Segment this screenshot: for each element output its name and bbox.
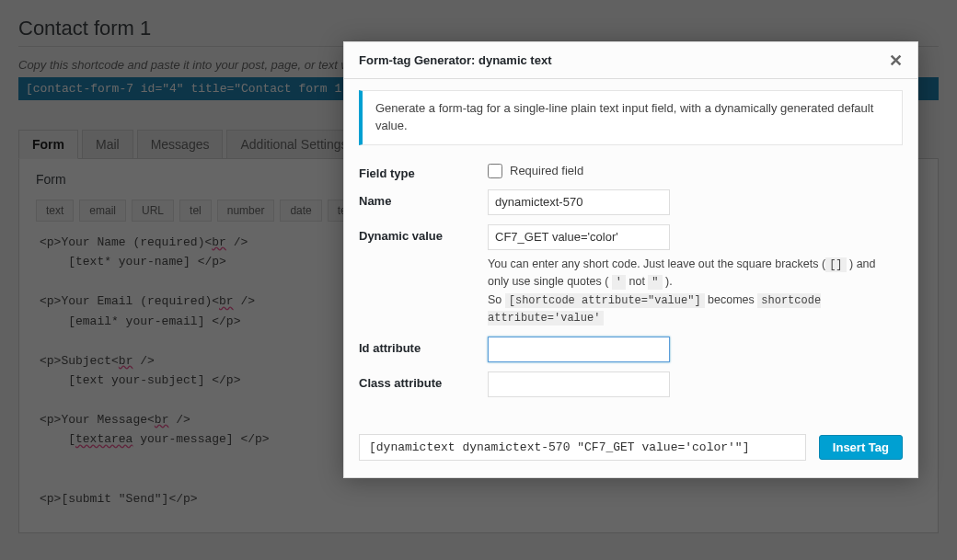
name-label: Name bbox=[359, 189, 488, 208]
generated-tag[interactable]: [dynamictext dynamictext-570 "CF7_GET va… bbox=[359, 434, 806, 461]
id-attribute-label: Id attribute bbox=[359, 337, 488, 355]
class-attribute-label: Class attribute bbox=[359, 371, 488, 390]
dynamic-value-label: Dynamic value bbox=[359, 224, 488, 243]
dynamic-hint: You can enter any short code. Just leave… bbox=[488, 256, 893, 327]
id-attribute-input[interactable] bbox=[488, 337, 670, 362]
name-input[interactable] bbox=[488, 189, 670, 215]
info-box: Generate a form-tag for a single-line pl… bbox=[359, 90, 903, 145]
required-checkbox[interactable] bbox=[488, 164, 502, 178]
dynamic-value-input[interactable] bbox=[488, 224, 670, 250]
field-type-label: Field type bbox=[359, 162, 488, 180]
required-label: Required field bbox=[510, 164, 583, 177]
class-attribute-input[interactable] bbox=[488, 371, 670, 397]
insert-tag-button[interactable]: Insert Tag bbox=[819, 435, 903, 460]
form-tag-generator-modal: Form-tag Generator: dynamic text ✕ Gener… bbox=[343, 41, 918, 478]
close-icon[interactable]: ✕ bbox=[889, 51, 903, 71]
modal-title: Form-tag Generator: dynamic text bbox=[359, 53, 552, 67]
